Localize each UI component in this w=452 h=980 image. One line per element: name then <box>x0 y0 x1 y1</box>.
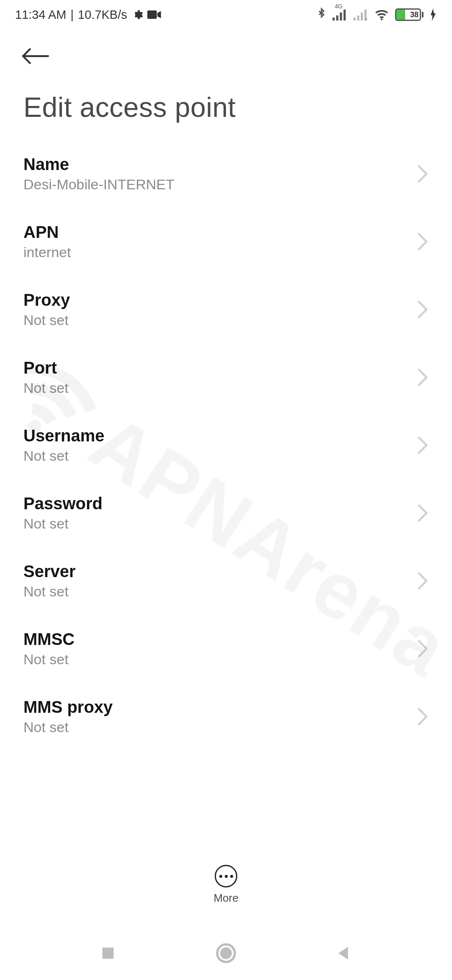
row-mmsc[interactable]: MMSCNot set <box>23 615 429 683</box>
row-label: Server <box>23 562 76 581</box>
row-apn[interactable]: APNinternet <box>23 208 429 276</box>
svg-rect-3 <box>340 13 342 21</box>
status-left: 11:34 AM | 10.7KB/s <box>15 8 162 22</box>
svg-point-15 <box>220 947 232 959</box>
header <box>0 27 452 75</box>
row-label: MMS proxy <box>23 698 113 717</box>
bluetooth-icon <box>316 8 326 22</box>
more-area: More <box>0 865 452 905</box>
status-time: 11:34 AM <box>15 8 67 22</box>
row-value: internet <box>23 244 71 260</box>
svg-text:x: x <box>365 16 368 21</box>
row-mms-proxy[interactable]: MMS proxyNot set <box>23 683 429 750</box>
more-button[interactable] <box>215 865 237 887</box>
status-right: 4G x 38 <box>316 8 437 22</box>
wifi-icon <box>374 9 389 21</box>
svg-rect-4 <box>344 10 346 21</box>
chevron-right-icon <box>417 640 429 658</box>
svg-rect-5 <box>354 18 356 21</box>
charging-icon <box>429 8 437 21</box>
row-value: Not set <box>23 448 104 464</box>
row-label: Name <box>23 155 175 174</box>
status-bar: 11:34 AM | 10.7KB/s 4G x 38 <box>0 0 452 27</box>
gear-icon <box>131 9 143 21</box>
svg-point-10 <box>381 18 383 20</box>
status-speed: 10.7KB/s <box>78 8 127 22</box>
navigation-bar <box>0 941 452 965</box>
row-name[interactable]: NameDesi-Mobile-INTERNET <box>23 140 429 208</box>
back-arrow-icon <box>21 48 50 64</box>
row-label: Port <box>23 358 69 377</box>
svg-rect-1 <box>333 18 335 21</box>
row-value: Not set <box>23 651 74 668</box>
row-value: Not set <box>23 719 113 735</box>
row-label: MMSC <box>23 630 74 649</box>
chevron-right-icon <box>417 436 429 454</box>
chevron-right-icon <box>417 572 429 590</box>
battery-icon: 38 <box>395 8 424 21</box>
more-dot-icon <box>225 875 228 878</box>
signal-1-icon: 4G <box>332 9 347 21</box>
chevron-right-icon <box>417 300 429 319</box>
row-label: Password <box>23 494 103 513</box>
row-value: Not set <box>23 312 70 328</box>
svg-rect-2 <box>336 15 338 21</box>
battery-percent-label: 38 <box>410 10 419 19</box>
network-4g-label: 4G <box>335 3 343 10</box>
svg-rect-7 <box>361 13 363 21</box>
nav-back-button[interactable] <box>334 944 354 963</box>
chevron-right-icon <box>417 165 429 183</box>
more-dot-icon <box>219 875 222 878</box>
camera-icon <box>147 10 162 20</box>
nav-home-button[interactable] <box>214 941 238 965</box>
svg-rect-0 <box>147 10 157 19</box>
row-server[interactable]: ServerNot set <box>23 547 429 615</box>
row-username[interactable]: UsernameNot set <box>23 411 429 479</box>
chevron-right-icon <box>417 232 429 251</box>
settings-list: NameDesi-Mobile-INTERNETAPNinternetProxy… <box>0 140 452 750</box>
svg-rect-6 <box>357 15 359 21</box>
row-value: Desi-Mobile-INTERNET <box>23 176 175 193</box>
signal-2-icon: x <box>353 9 368 21</box>
svg-rect-13 <box>103 948 114 959</box>
back-button[interactable] <box>21 48 50 64</box>
row-port[interactable]: PortNot set <box>23 343 429 411</box>
chevron-right-icon <box>417 707 429 726</box>
status-separator: | <box>71 8 74 22</box>
row-value: Not set <box>23 583 76 600</box>
row-label: Proxy <box>23 291 70 309</box>
row-label: Username <box>23 426 104 445</box>
nav-recents-button[interactable] <box>98 944 118 963</box>
row-value: Not set <box>23 380 69 396</box>
row-proxy[interactable]: ProxyNot set <box>23 276 429 343</box>
chevron-right-icon <box>417 504 429 522</box>
row-password[interactable]: PasswordNot set <box>23 479 429 547</box>
row-label: APN <box>23 223 71 242</box>
chevron-right-icon <box>417 368 429 387</box>
row-value: Not set <box>23 516 103 532</box>
more-label: More <box>213 892 238 905</box>
page-title: Edit access point <box>0 75 452 140</box>
more-dot-icon <box>230 875 233 878</box>
